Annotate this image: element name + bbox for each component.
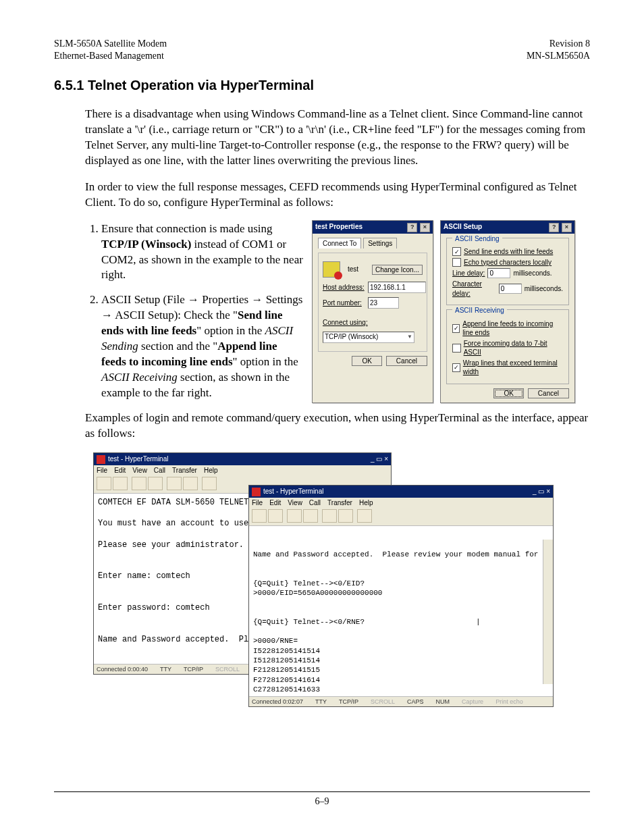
paragraph: In order to view the full response messa… — [85, 180, 590, 211]
header-docnum: MN-SLM5650A — [527, 50, 590, 62]
line-delay-label: Line delay: — [452, 269, 485, 278]
checkbox[interactable] — [452, 344, 461, 353]
cancel-button[interactable]: Cancel — [386, 356, 427, 366]
toolbar-button[interactable] — [303, 509, 318, 523]
statusbar: Connected 0:02:07 TTY TCP/IP SCROLL CAPS… — [249, 696, 553, 706]
section-heading: 6.5.1 Telnet Operation via HyperTerminal — [54, 78, 590, 93]
app-icon — [97, 455, 105, 464]
toolbar-button[interactable] — [268, 509, 283, 523]
checkbox[interactable]: ✓ — [452, 247, 461, 256]
checkbox[interactable]: ✓ — [452, 363, 460, 372]
toolbar-button[interactable] — [287, 509, 302, 523]
group-label: ASCII Receiving — [452, 306, 507, 315]
connection-name: test — [348, 265, 358, 274]
window-title: test - HyperTerminal — [108, 455, 168, 463]
connect-using-select[interactable]: TCP/IP (Winsock) ▼ — [323, 332, 414, 343]
minimize-icon[interactable]: _ — [533, 488, 537, 495]
terminal-output[interactable]: Name and Password accepted. Please revie… — [249, 526, 553, 696]
host-address-input[interactable] — [368, 282, 426, 293]
cancel-button[interactable]: Cancel — [528, 388, 569, 398]
tab-settings[interactable]: Settings — [363, 238, 397, 249]
menubar[interactable]: FileEditViewCallTransferHelp — [94, 465, 391, 476]
checkbox[interactable]: ✓ — [452, 324, 460, 333]
tab-connect-to[interactable]: Connect To — [318, 238, 361, 249]
help-icon[interactable]: ? — [549, 223, 559, 232]
footer-rule — [54, 791, 590, 792]
units-label: milliseconds. — [525, 284, 563, 294]
maximize-icon[interactable]: ▭ — [376, 455, 382, 463]
header-product: SLM-5650A Satellite Modem — [54, 38, 167, 50]
hyperterminal-window-2: test - HyperTerminal _ ▭ × FileEditViewC… — [248, 485, 554, 708]
units-label: milliseconds. — [513, 269, 552, 278]
chk-echo-typed: Echo typed characters locally — [464, 258, 552, 267]
char-delay-input[interactable] — [499, 284, 522, 294]
scrollbar[interactable] — [543, 540, 553, 684]
group-label: ASCII Sending — [452, 234, 502, 244]
paragraph: Examples of login and remote command/que… — [85, 411, 590, 442]
port-number-label: Port number: — [323, 298, 365, 308]
paragraph: There is a disadvantage when using Windo… — [85, 107, 590, 169]
ok-button[interactable]: OK — [493, 388, 523, 398]
checkbox[interactable] — [452, 258, 461, 267]
toolbar-button[interactable] — [252, 509, 267, 523]
header-subtitle: Ethernet-Based Management — [54, 50, 167, 62]
toolbar-button[interactable] — [202, 477, 217, 490]
app-icon — [252, 488, 261, 496]
toolbar-button[interactable] — [113, 477, 128, 490]
chk-wrap-lines: Wrap lines that exceed terminal width — [463, 359, 563, 377]
close-icon[interactable]: × — [420, 223, 430, 232]
toolbar-button[interactable] — [322, 509, 337, 523]
chevron-down-icon: ▼ — [407, 334, 412, 341]
menubar[interactable]: FileEditViewCallTransferHelp — [249, 498, 553, 509]
toolbar-button[interactable] — [132, 477, 146, 490]
toolbar-button[interactable] — [97, 477, 111, 490]
test-properties-dialog: test Properties ? × Connect To Settings — [312, 220, 433, 403]
close-icon[interactable]: × — [562, 223, 572, 232]
toolbar-button[interactable] — [338, 509, 353, 523]
char-delay-label: Character delay: — [452, 280, 496, 298]
chk-force-7bit: Force incoming data to 7-bit ASCII — [464, 339, 563, 357]
connection-icon — [323, 261, 340, 278]
page-header: SLM-5650A Satellite Modem Ethernet-Based… — [54, 38, 590, 61]
header-revision: Revision 8 — [527, 38, 590, 50]
change-icon-button[interactable]: Change Icon... — [372, 265, 423, 275]
help-icon[interactable]: ? — [407, 223, 417, 232]
close-icon[interactable]: × — [384, 455, 388, 463]
dialog-title: ASCII Setup — [444, 222, 482, 232]
ascii-setup-dialog: ASCII Setup ? × ASCII Sending ✓Send line… — [440, 220, 575, 403]
list-item: ASCII Setup (File → Properties → Setting… — [101, 292, 304, 401]
hyperterminal-screenshots: test - HyperTerminal _ ▭ × FileEditViewC… — [93, 452, 552, 696]
list-item: Ensure that connection is made using TCP… — [101, 221, 304, 284]
port-number-input[interactable] — [368, 297, 399, 309]
host-address-label: Host address: — [323, 283, 365, 292]
connect-using-label: Connect using: — [323, 318, 368, 328]
toolbar-button[interactable] — [167, 477, 182, 490]
dialog-title: test Properties — [315, 222, 363, 232]
page-number: 6–9 — [315, 796, 329, 806]
minimize-icon[interactable]: _ — [371, 455, 375, 463]
toolbar[interactable] — [249, 508, 553, 526]
ok-button[interactable]: OK — [352, 356, 381, 366]
chk-send-line-ends: Send line ends with line feeds — [464, 247, 553, 257]
window-title: test - HyperTerminal — [263, 488, 323, 495]
chk-append-line-feeds: Append line feeds to incoming line ends — [462, 319, 563, 338]
toolbar-button[interactable] — [357, 509, 372, 523]
close-icon[interactable]: × — [546, 488, 550, 495]
line-delay-input[interactable] — [487, 268, 510, 278]
toolbar-button[interactable] — [183, 477, 198, 490]
maximize-icon[interactable]: ▭ — [538, 488, 544, 495]
toolbar-button[interactable] — [148, 477, 163, 490]
